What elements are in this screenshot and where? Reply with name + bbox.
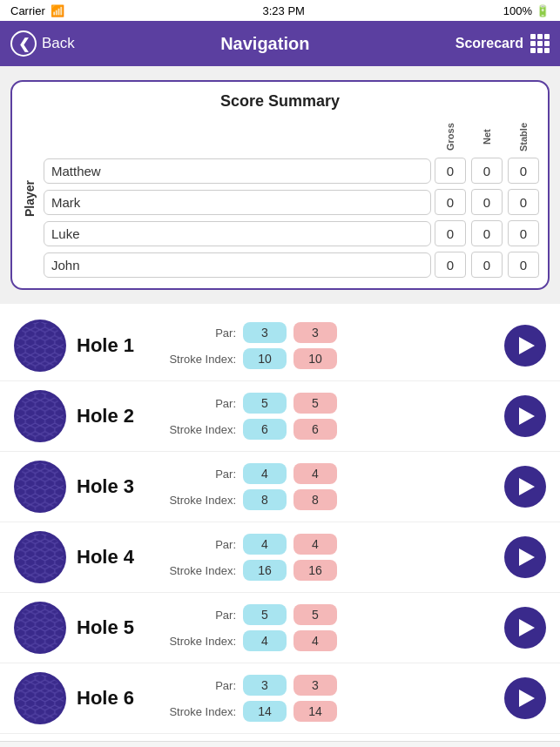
hole-list: Hole 1 Par: 3 3 Stroke Index: 10 10 [0, 304, 560, 741]
play-button[interactable] [504, 466, 546, 508]
stable-score: 0 [508, 220, 539, 246]
stroke-index-value-blue: 16 [243, 560, 287, 581]
score-summary-title: Score Summary [21, 92, 539, 111]
par-row: Par: 5 5 [162, 604, 494, 625]
player-name-input[interactable] [44, 190, 431, 215]
svg-point-8 [17, 463, 64, 510]
stroke-index-value-pink: 6 [293, 419, 337, 440]
par-label: Par: [162, 609, 236, 622]
stable-header: Stable [508, 119, 539, 154]
scorecard-grid-icon [530, 34, 550, 53]
hole-icon [14, 461, 66, 513]
par-value-blue: 3 [243, 675, 287, 696]
svg-point-5 [17, 393, 64, 440]
par-value-blue: 4 [243, 534, 287, 555]
footer-banner: WHOLE IN 1 GOLF SHOWCASE YOUR COMPANY HE… [0, 741, 560, 747]
hole-icon [14, 390, 66, 442]
par-label: Par: [162, 326, 236, 340]
score-summary: Score Summary Player Gross Net Stable 0 … [10, 80, 550, 290]
play-button[interactable] [504, 325, 546, 367]
play-triangle-icon [519, 690, 535, 707]
stroke-index-value-pink: 8 [293, 489, 337, 510]
play-triangle-icon [519, 407, 535, 425]
svg-point-11 [17, 534, 64, 581]
hole-stats: Par: 3 3 Stroke Index: 14 14 [162, 675, 494, 722]
stroke-index-value-blue: 14 [243, 701, 287, 722]
par-value-pink: 3 [293, 322, 337, 343]
par-row: Par: 4 4 [162, 463, 494, 484]
play-button[interactable] [504, 395, 546, 437]
status-bar: Carrier 📶 3:23 PM 100% 🔋 [0, 0, 560, 21]
hole-row: Hole 6 Par: 3 3 Stroke Index: 14 14 [0, 663, 560, 734]
player-name-input[interactable] [44, 221, 431, 246]
stroke-index-value-blue: 10 [243, 348, 287, 369]
hole-stats: Par: 5 5 Stroke Index: 4 4 [162, 604, 494, 651]
player-row: 0 0 0 [44, 158, 539, 184]
play-button[interactable] [504, 607, 546, 649]
par-value-blue: 3 [243, 322, 287, 343]
stroke-index-row: Stroke Index: 6 6 [162, 419, 494, 440]
stroke-index-label: Stroke Index: [162, 705, 236, 718]
battery-icon: 🔋 [536, 4, 550, 17]
player-scores: 0 0 0 [435, 220, 539, 246]
hole-name: Hole 4 [77, 546, 155, 569]
par-value-blue: 4 [243, 463, 287, 484]
hole-name: Hole 2 [77, 405, 155, 427]
play-button[interactable] [504, 677, 546, 719]
player-name-input[interactable] [44, 158, 431, 184]
svg-point-2 [17, 322, 64, 369]
hole-name: Hole 3 [77, 475, 155, 498]
stroke-index-label: Stroke Index: [162, 353, 236, 366]
hole-row: Hole 2 Par: 5 5 Stroke Index: 6 6 [0, 381, 560, 452]
hole-icon [14, 320, 66, 372]
gross-score: 0 [435, 189, 466, 215]
player-name-input[interactable] [44, 252, 431, 278]
par-label: Par: [162, 397, 236, 410]
player-scores: 0 0 0 [435, 252, 539, 278]
gross-score: 0 [435, 158, 466, 184]
play-triangle-icon [519, 337, 535, 354]
par-row: Par: 3 3 [162, 675, 494, 696]
gross-header: Gross [435, 119, 466, 154]
stroke-index-row: Stroke Index: 16 16 [162, 560, 494, 581]
par-value-pink: 3 [293, 675, 337, 696]
hole-stats: Par: 5 5 Stroke Index: 6 6 [162, 393, 494, 440]
par-label: Par: [162, 468, 236, 481]
net-score: 0 [471, 252, 503, 278]
play-button[interactable] [504, 536, 546, 578]
hole-stats: Par: 3 3 Stroke Index: 10 10 [162, 322, 494, 369]
scorecard-label: Scorecard [455, 36, 523, 51]
stable-score: 0 [508, 189, 539, 215]
hole-stats: Par: 4 4 Stroke Index: 16 16 [162, 534, 494, 581]
player-scores: 0 0 0 [435, 189, 539, 215]
hole-name: Hole 6 [77, 687, 155, 710]
svg-point-17 [17, 675, 64, 722]
hole-stats: Par: 4 4 Stroke Index: 8 8 [162, 463, 494, 510]
back-button[interactable]: ❮ Back [10, 30, 75, 57]
signal-label: 100% [503, 4, 532, 17]
par-value-pink: 5 [293, 604, 337, 625]
net-score: 0 [471, 158, 503, 184]
stable-score: 0 [508, 252, 539, 278]
stroke-index-value-pink: 4 [293, 630, 337, 651]
stroke-index-value-blue: 8 [243, 489, 287, 510]
scorecard-button[interactable]: Scorecard [455, 34, 550, 53]
score-table-wrapper: Player Gross Net Stable 0 0 0 0 0 0 [21, 119, 539, 278]
stroke-index-label: Stroke Index: [162, 635, 236, 648]
par-value-pink: 5 [293, 393, 337, 414]
stroke-index-row: Stroke Index: 8 8 [162, 489, 494, 510]
stroke-index-row: Stroke Index: 4 4 [162, 630, 494, 651]
stroke-index-label: Stroke Index: [162, 423, 236, 436]
par-label: Par: [162, 538, 236, 551]
score-table: Gross Net Stable 0 0 0 0 0 0 0 0 0 [44, 119, 539, 278]
play-triangle-icon [519, 478, 535, 495]
gross-score: 0 [435, 220, 466, 246]
player-column-label: Player [21, 119, 38, 278]
player-row: 0 0 0 [44, 220, 539, 246]
hole-icon [14, 531, 66, 583]
par-value-blue: 5 [243, 604, 287, 625]
stroke-index-value-blue: 4 [243, 630, 287, 651]
stroke-index-value-pink: 14 [293, 701, 337, 722]
par-row: Par: 4 4 [162, 534, 494, 555]
stroke-index-value-pink: 16 [293, 560, 337, 581]
